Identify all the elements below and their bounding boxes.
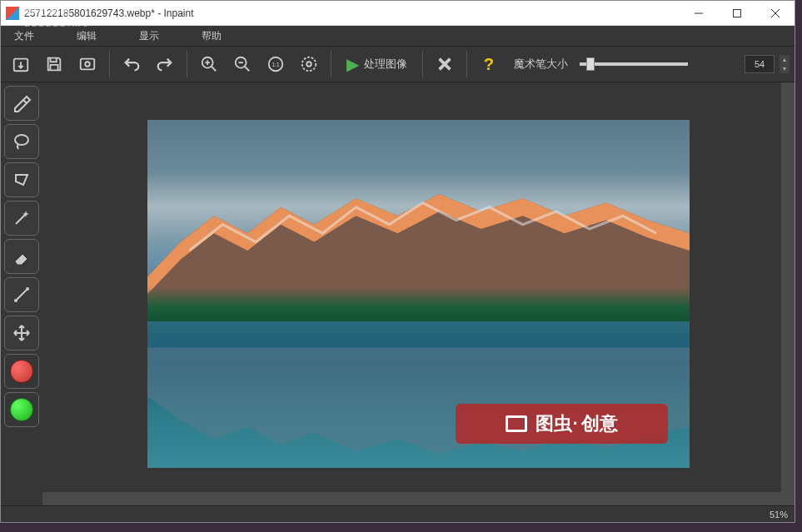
lasso-icon	[12, 132, 32, 152]
menu-edit[interactable]: 编辑	[70, 27, 103, 45]
minimize-icon	[695, 9, 703, 17]
separator	[422, 51, 423, 77]
svg-line-8	[212, 67, 217, 72]
separator	[109, 51, 110, 77]
badge-text-1: 图虫·	[535, 411, 577, 436]
question-icon: ?	[480, 55, 498, 73]
titlebar: 2571221858​01629743.webp* - Inpaint	[1, 1, 795, 26]
marker-icon	[12, 93, 32, 113]
maximize-button[interactable]	[718, 1, 756, 26]
magic-wand-icon	[12, 208, 32, 228]
open-icon	[12, 55, 30, 73]
app-icon	[6, 7, 19, 20]
undo-icon	[122, 55, 141, 73]
separator	[466, 51, 467, 77]
svg-text:?: ?	[484, 55, 494, 73]
svg-point-17	[306, 62, 311, 67]
svg-point-16	[302, 57, 316, 72]
brush-increase-button[interactable]: ▲	[780, 55, 790, 64]
separator	[187, 51, 187, 77]
view-original-button[interactable]	[72, 49, 102, 79]
minimize-button[interactable]	[680, 1, 718, 26]
eye-icon	[78, 55, 97, 73]
line-icon	[12, 285, 32, 305]
cancel-button[interactable]	[430, 49, 460, 79]
zoom-out-icon	[233, 55, 252, 73]
red-circle-icon	[10, 360, 33, 383]
canvas-area[interactable]: 图虫· 创意	[42, 82, 795, 505]
svg-point-6	[85, 62, 90, 67]
brush-size-label: 魔术笔大小	[514, 57, 568, 72]
zoom-actual-button[interactable]: 1:1	[261, 49, 291, 79]
watermark-badge: 图虫· 创意	[456, 404, 668, 444]
zoom-level: 51%	[770, 510, 788, 520]
image-view: 图虫· 创意	[147, 120, 690, 468]
polygon-icon	[12, 170, 32, 190]
zoom-fit-icon	[300, 55, 318, 73]
zoom-fit-button[interactable]	[294, 49, 324, 79]
menu-view[interactable]: 显示	[132, 27, 166, 45]
maximize-icon	[733, 9, 741, 17]
svg-line-22	[16, 214, 26, 224]
green-circle-icon	[10, 398, 33, 421]
horizontal-scrollbar[interactable]	[42, 492, 781, 505]
statusbar: 51%	[1, 505, 795, 522]
svg-line-12	[245, 67, 250, 72]
red-mask-button[interactable]	[4, 354, 39, 389]
zoom-in-button[interactable]	[194, 49, 224, 79]
x-icon	[436, 55, 454, 73]
polygon-tool[interactable]	[4, 162, 39, 197]
green-mask-button[interactable]	[4, 392, 39, 427]
process-label: 处理图像	[364, 57, 407, 72]
badge-text-2: 创意	[581, 411, 618, 436]
save-icon	[45, 55, 63, 73]
eraser-tool[interactable]	[4, 239, 39, 274]
separator	[331, 51, 331, 77]
brush-size-slider[interactable]	[580, 62, 688, 66]
toolbar: 1:1 ▶ 处理图像 ? 魔术笔大小 54 ▲ ▼	[1, 46, 795, 82]
move-icon	[12, 323, 32, 343]
magic-wand-tool[interactable]	[4, 201, 39, 236]
process-button[interactable]: ▶ 处理图像	[338, 49, 416, 79]
redo-icon	[156, 55, 174, 73]
zoom-in-icon	[200, 55, 218, 73]
redo-button[interactable]	[150, 49, 180, 79]
svg-point-21	[15, 135, 28, 145]
svg-rect-1	[734, 9, 741, 17]
menu-help[interactable]: 帮助	[195, 27, 228, 45]
play-icon: ▶	[346, 54, 359, 74]
close-button[interactable]	[756, 1, 795, 26]
slider-thumb[interactable]	[586, 57, 595, 71]
vertical-scrollbar[interactable]	[781, 82, 795, 505]
badge-icon	[506, 415, 527, 432]
menubar: 文件 编辑 显示 帮助	[1, 26, 795, 46]
line-tool[interactable]	[4, 277, 39, 312]
move-tool[interactable]	[4, 316, 39, 351]
tool-sidebar	[1, 82, 42, 505]
content-area: 图虫· 创意	[1, 82, 795, 505]
help-button[interactable]: ?	[474, 49, 504, 79]
brush-decrease-button[interactable]: ▼	[780, 64, 790, 73]
open-button[interactable]	[6, 49, 36, 79]
lasso-tool[interactable]	[4, 124, 39, 159]
eraser-icon	[12, 246, 32, 266]
brush-size-value[interactable]: 54	[745, 55, 775, 73]
zoom-out-button[interactable]	[227, 49, 257, 79]
save-button[interactable]	[39, 49, 69, 79]
svg-line-25	[17, 290, 27, 300]
svg-text:1:1: 1:1	[272, 62, 280, 67]
window-controls	[680, 1, 795, 26]
brush-slider-wrap	[571, 62, 741, 66]
close-icon	[771, 9, 780, 17]
app-window: 2571221858​01629743.webp* - Inpaint 文件 编…	[0, 0, 795, 523]
svg-rect-5	[81, 59, 95, 70]
undo-button[interactable]	[117, 49, 147, 79]
brush-spinner: ▲ ▼	[780, 55, 790, 73]
menu-file[interactable]: 文件	[7, 27, 41, 45]
zoom-1to1-icon: 1:1	[267, 55, 285, 73]
marker-tool[interactable]	[4, 86, 39, 121]
window-title: 2571221858​01629743.webp* - Inpaint	[24, 7, 680, 19]
